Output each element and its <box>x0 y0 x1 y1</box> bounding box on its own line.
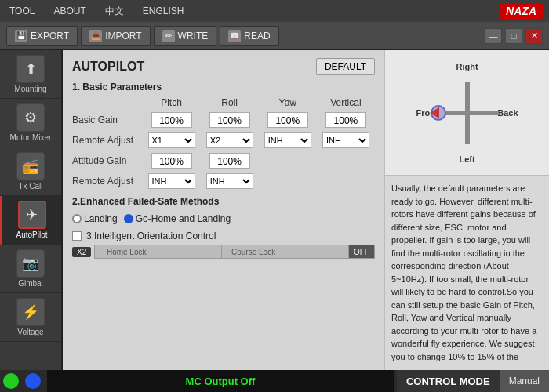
remote-adjust1-vertical[interactable]: INHX1X2 <box>322 132 369 148</box>
content-area: AUTOPILOT DEFAULT 1. Basic Parameters Pi… <box>63 50 549 370</box>
section2-title: 2.Enhanced Failed-Safe Methods <box>72 196 375 207</box>
status-bar: MC Output Off CONTROL MODE Manual <box>0 370 549 392</box>
col-yaw: Yaw <box>259 96 317 110</box>
attitude-gain-roll[interactable]: 100% <box>209 153 250 169</box>
ioc-slider-row: X2 Home Lock Course Lock OFF <box>72 245 375 259</box>
read-button[interactable]: 📖 READ <box>220 26 278 46</box>
empty-segment1 <box>158 245 222 258</box>
menu-about[interactable]: ABOUT <box>50 4 89 18</box>
sidebar-item-tx-cali[interactable]: 📻 Tx Cali <box>0 147 61 196</box>
basic-gain-pitch[interactable]: 100% <box>151 112 192 128</box>
section1-title: 1. Basic Parameters <box>72 82 375 93</box>
ioc-slider[interactable]: Home Lock Course Lock OFF <box>94 245 375 259</box>
menu-bar: TOOL ABOUT 中文 ENGLISH NAZA <box>0 0 549 22</box>
sidebar-label-autopilot: AutoPilot <box>16 230 47 239</box>
minimize-button[interactable]: — <box>485 28 502 44</box>
attitude-gain-row: Attitude Gain 100% 100% <box>72 151 375 171</box>
led-green <box>3 373 19 389</box>
col-vertical: Vertical <box>317 96 375 110</box>
control-mode-label: CONTROL MODE <box>397 370 500 392</box>
autopilot-panel: AUTOPILOT DEFAULT 1. Basic Parameters Pi… <box>63 50 549 370</box>
sidebar-label-gimbal: Gimbal <box>18 279 43 288</box>
basic-gain-roll[interactable]: 100% <box>209 112 250 128</box>
default-button[interactable]: DEFAULT <box>316 58 375 75</box>
remote-adjust2-roll[interactable]: INHX1X2 <box>206 173 253 189</box>
radio-go-home-label: Go-Home and Landing <box>136 213 231 224</box>
sidebar-item-voltage[interactable]: ⚡ Voltage <box>0 293 61 342</box>
cross-arrow <box>430 107 439 118</box>
remote-adjust1-roll[interactable]: X2X1INH <box>206 132 253 148</box>
sidebar-item-autopilot[interactable]: ✈ AutoPilot <box>0 196 61 245</box>
radio-go-home[interactable]: Go-Home and Landing <box>124 213 231 224</box>
remote-adjust1-yaw[interactable]: INHX1X2 <box>264 132 311 148</box>
import-label: IMPORT <box>105 31 141 42</box>
info-text: Usually, the default parameters are read… <box>385 176 549 370</box>
sidebar-label-motor-mixer: Motor Mixer <box>10 133 52 142</box>
compass-left: Left <box>459 154 474 164</box>
ioc-label: 3.Intelligent Orientation Control <box>86 230 216 241</box>
compass-right: Right <box>456 62 478 71</box>
tx-cali-icon: 📻 <box>16 152 45 180</box>
cross-vertical <box>465 82 470 144</box>
write-button[interactable]: ✏ WRITE <box>154 26 217 46</box>
toolbar: 💾 EXPORT 📥 IMPORT ✏ WRITE 📖 READ — □ ✕ <box>0 22 549 50</box>
menu-chinese[interactable]: 中文 <box>102 3 127 20</box>
remote-adjust2-pitch[interactable]: INHX1X2 <box>148 173 195 189</box>
ioc-checkbox[interactable] <box>72 231 82 241</box>
sidebar: ⬆ Mounting ⚙ Motor Mixer 📻 Tx Cali ✈ Aut… <box>0 50 63 370</box>
compass-cross <box>436 111 499 115</box>
off-segment: OFF <box>349 245 374 258</box>
ioc-header: 3.Intelligent Orientation Control <box>72 230 375 241</box>
motor-mixer-icon: ⚙ <box>16 103 45 132</box>
sidebar-item-motor-mixer[interactable]: ⚙ Motor Mixer <box>0 99 61 147</box>
import-button[interactable]: 📥 IMPORT <box>81 26 150 46</box>
export-icon: 💾 <box>15 30 27 42</box>
panel-header: AUTOPILOT DEFAULT <box>72 58 375 75</box>
basic-gain-vertical[interactable]: 100% <box>325 112 366 128</box>
main-layout: ⬆ Mounting ⚙ Motor Mixer 📻 Tx Cali ✈ Aut… <box>0 50 549 370</box>
basic-gain-yaw[interactable]: 100% <box>267 112 308 128</box>
compass-area: Right Front Back Left <box>385 50 549 176</box>
write-label: WRITE <box>178 31 209 42</box>
sidebar-label-voltage: Voltage <box>17 328 43 336</box>
empty-segment2 <box>285 245 349 258</box>
remote-adjust2-row: Remote Adjust INHX1X2 INHX1X2 <box>72 171 375 191</box>
basic-gain-label: Basic Gain <box>72 110 142 130</box>
basic-gain-row: Basic Gain 100% 100% 100% 100% <box>72 110 375 130</box>
menu-tool[interactable]: TOOL <box>6 4 38 18</box>
voltage-icon: ⚡ <box>16 298 45 326</box>
mounting-icon: ⬆ <box>16 55 45 83</box>
radio-go-home-circle <box>124 214 133 223</box>
import-icon: 📥 <box>89 30 102 42</box>
x2-badge: X2 <box>72 247 91 257</box>
export-button[interactable]: 💾 EXPORT <box>6 26 78 46</box>
led-blue <box>25 373 41 389</box>
menu-english[interactable]: ENGLISH <box>140 4 187 18</box>
ioc-section: 3.Intelligent Orientation Control X2 Hom… <box>72 230 375 259</box>
panel-title: AUTOPILOT <box>72 60 144 74</box>
attitude-gain-pitch[interactable]: 100% <box>151 153 192 169</box>
radio-landing-label: Landing <box>84 213 118 224</box>
sidebar-label-mounting: Mounting <box>14 85 46 93</box>
autopilot-icon: ✈ <box>18 201 46 229</box>
remote-adjust1-row: Remote Adjust X1X2INH X2X1INH <box>72 130 375 151</box>
col-pitch: Pitch <box>142 96 200 110</box>
app-logo: NAZA <box>500 3 543 19</box>
maximize-button[interactable]: □ <box>505 28 522 44</box>
course-lock-segment: Course Lock <box>222 245 285 258</box>
params-section: AUTOPILOT DEFAULT 1. Basic Parameters Pi… <box>63 50 384 370</box>
failed-safe-methods: Landing Go-Home and Landing <box>72 210 375 227</box>
close-button[interactable]: ✕ <box>525 28 543 44</box>
sidebar-item-mounting[interactable]: ⬆ Mounting <box>0 50 61 99</box>
home-lock-segment: Home Lock <box>95 245 158 258</box>
col-roll: Roll <box>201 96 259 110</box>
radio-landing[interactable]: Landing <box>72 213 118 224</box>
compass-back: Back <box>497 108 518 118</box>
compass: Right Front Back Left <box>416 62 518 164</box>
cross-horizontal <box>436 111 499 115</box>
control-mode-value: Manual <box>500 370 549 392</box>
remote-adjust1-pitch[interactable]: X1X2INH <box>148 132 195 148</box>
sidebar-item-gimbal[interactable]: 📷 Gimbal <box>0 245 61 293</box>
col-label <box>72 96 142 110</box>
window-controls: — □ ✕ <box>485 28 543 44</box>
